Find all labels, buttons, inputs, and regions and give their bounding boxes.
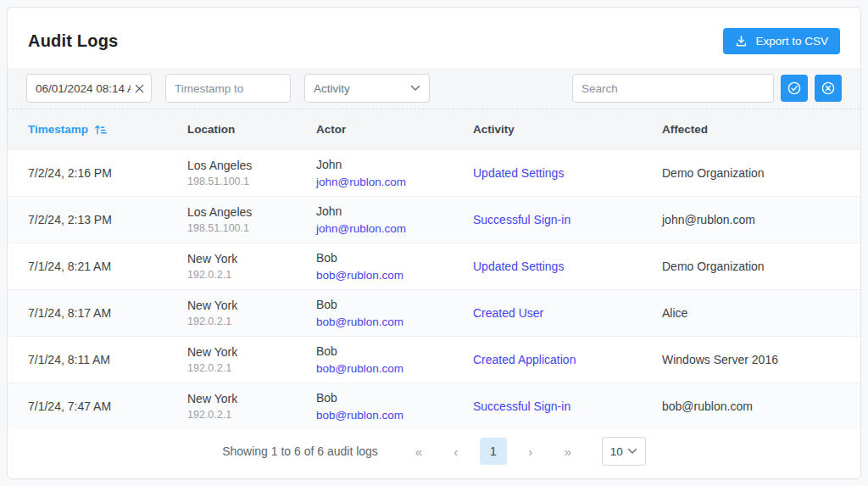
page-size-value: 10 — [610, 445, 623, 458]
prev-page-button[interactable]: ‹ — [442, 438, 470, 465]
table-row: 7/1/24, 8:17 AM New York 192.0.2.1 Bob b… — [8, 289, 860, 336]
timestamp-to-input[interactable] — [165, 74, 291, 103]
export-to-csv-button[interactable]: Export to CSV — [723, 28, 840, 54]
cell-timestamp: 7/1/24, 8:21 AM — [28, 258, 187, 275]
cell-actor: John john@rublon.com — [316, 156, 473, 191]
table-row: 7/1/24, 7:47 AM New York 192.0.2.1 Bob b… — [8, 383, 860, 429]
location-city: Los Angeles — [187, 157, 316, 174]
actor-name: John — [316, 203, 473, 220]
location-city: New York — [187, 390, 316, 407]
activity-link[interactable]: Created User — [473, 306, 543, 320]
cell-activity: Successful Sign-in — [473, 211, 662, 228]
current-page-button[interactable]: 1 — [480, 438, 507, 465]
actor-name: Bob — [316, 389, 473, 406]
apply-filters-button[interactable] — [781, 75, 808, 102]
check-circle-icon — [787, 81, 802, 96]
column-header-affected: Affected — [662, 123, 840, 136]
cell-location: New York 192.0.2.1 — [187, 390, 316, 422]
activity-link[interactable]: Created Application — [473, 353, 576, 366]
cell-location: Los Angeles 198.51.100.1 — [187, 157, 316, 189]
actor-email-link[interactable]: bob@rublon.com — [316, 362, 403, 375]
activity-link[interactable]: Updated Settings — [473, 260, 564, 273]
location-ip: 192.0.2.1 — [187, 360, 316, 376]
actor-email-link[interactable]: john@rublon.com — [316, 176, 406, 188]
actor-name: John — [316, 156, 473, 173]
next-page-button[interactable]: › — [517, 438, 544, 465]
cell-activity: Successful Sign-in — [473, 398, 662, 415]
location-ip: 192.0.2.1 — [187, 314, 316, 329]
last-page-button[interactable]: » — [554, 438, 581, 465]
table-body: 7/2/24, 2:16 PM Los Angeles 198.51.100.1… — [8, 149, 860, 429]
cell-timestamp: 7/1/24, 8:17 AM — [28, 304, 187, 321]
cell-affected: john@rublon.com — [662, 211, 840, 228]
actor-email-link[interactable]: bob@rublon.com — [316, 269, 403, 282]
page-size-select[interactable]: 10 — [602, 437, 646, 466]
clear-filters-button[interactable] — [815, 75, 842, 102]
activity-select-value: Activity — [314, 82, 350, 95]
location-ip: 192.0.2.1 — [187, 267, 316, 282]
location-city: New York — [187, 297, 316, 314]
location-city: New York — [187, 344, 316, 360]
timestamp-from-input[interactable]: 06/01/2024 08:14 AM — [26, 74, 152, 103]
cell-actor: John john@rublon.com — [316, 203, 473, 237]
chevron-down-icon — [627, 448, 637, 455]
cell-affected: Demo Organization — [662, 258, 840, 275]
location-ip: 198.51.100.1 — [187, 221, 316, 236]
chevron-down-icon — [410, 85, 420, 92]
cell-location: New York 192.0.2.1 — [187, 297, 316, 329]
activity-link[interactable]: Successful Sign-in — [473, 213, 570, 226]
sort-ascending-icon — [94, 124, 107, 136]
column-header-location: Location — [187, 123, 316, 136]
table-row: 7/2/24, 2:16 PM Los Angeles 198.51.100.1… — [8, 149, 860, 196]
activity-link[interactable]: Successful Sign-in — [473, 399, 570, 413]
actor-email-link[interactable]: bob@rublon.com — [316, 316, 403, 328]
pagination-summary: Showing 1 to 6 of 6 audit logs — [222, 444, 378, 458]
cell-actor: Bob bob@rublon.com — [316, 296, 473, 331]
table-row: 7/1/24, 8:21 AM New York 192.0.2.1 Bob b… — [8, 243, 860, 289]
cell-location: New York 192.0.2.1 — [187, 344, 316, 376]
download-icon — [735, 35, 748, 47]
cell-timestamp: 7/2/24, 2:13 PM — [28, 211, 187, 228]
cell-timestamp: 7/1/24, 7:47 AM — [28, 398, 187, 415]
actor-name: Bob — [316, 296, 473, 313]
card-header: Audit Logs Export to CSV — [8, 8, 860, 68]
cell-timestamp: 7/2/24, 2:16 PM — [28, 165, 187, 182]
cell-timestamp: 7/1/24, 8:11 AM — [28, 351, 187, 368]
first-page-button[interactable]: « — [405, 438, 432, 465]
pagination-bar: Showing 1 to 6 of 6 audit logs « ‹ 1 › »… — [8, 429, 860, 478]
column-header-timestamp-label: Timestamp — [28, 123, 88, 136]
activity-select[interactable]: Activity — [304, 74, 430, 103]
activity-link[interactable]: Updated Settings — [473, 166, 564, 180]
cell-affected: bob@rublon.com — [662, 398, 840, 415]
search-input[interactable] — [572, 74, 774, 103]
close-icon[interactable] — [135, 84, 144, 93]
filter-bar: 06/01/2024 08:14 AM Activity — [8, 68, 860, 109]
cell-actor: Bob bob@rublon.com — [316, 389, 473, 424]
cell-activity: Created Application — [473, 351, 662, 368]
actor-email-link[interactable]: john@rublon.com — [316, 222, 406, 235]
column-header-timestamp[interactable]: Timestamp — [28, 123, 187, 136]
cell-affected: Demo Organization — [662, 165, 840, 182]
location-city: Los Angeles — [187, 204, 316, 221]
cell-affected: Windows Server 2016 — [662, 351, 840, 368]
export-label: Export to CSV — [755, 35, 828, 47]
x-circle-icon — [821, 81, 836, 96]
location-city: New York — [187, 250, 316, 267]
actor-name: Bob — [316, 249, 473, 266]
cell-location: Los Angeles 198.51.100.1 — [187, 204, 316, 236]
cell-affected: Alice — [662, 304, 840, 321]
actor-name: Bob — [316, 343, 473, 360]
location-ip: 192.0.2.1 — [187, 407, 316, 422]
table-row: 7/2/24, 2:13 PM Los Angeles 198.51.100.1… — [8, 196, 860, 243]
table-row: 7/1/24, 8:11 AM New York 192.0.2.1 Bob b… — [8, 336, 860, 383]
cell-activity: Updated Settings — [473, 258, 662, 275]
actor-email-link[interactable]: bob@rublon.com — [316, 409, 403, 422]
cell-actor: Bob bob@rublon.com — [316, 343, 473, 377]
column-header-activity: Activity — [473, 123, 662, 136]
cell-activity: Created User — [473, 304, 662, 321]
location-ip: 198.51.100.1 — [187, 174, 316, 189]
page-title: Audit Logs — [28, 31, 118, 51]
column-header-actor: Actor — [316, 123, 473, 136]
cell-location: New York 192.0.2.1 — [187, 250, 316, 282]
cell-activity: Updated Settings — [473, 165, 662, 182]
